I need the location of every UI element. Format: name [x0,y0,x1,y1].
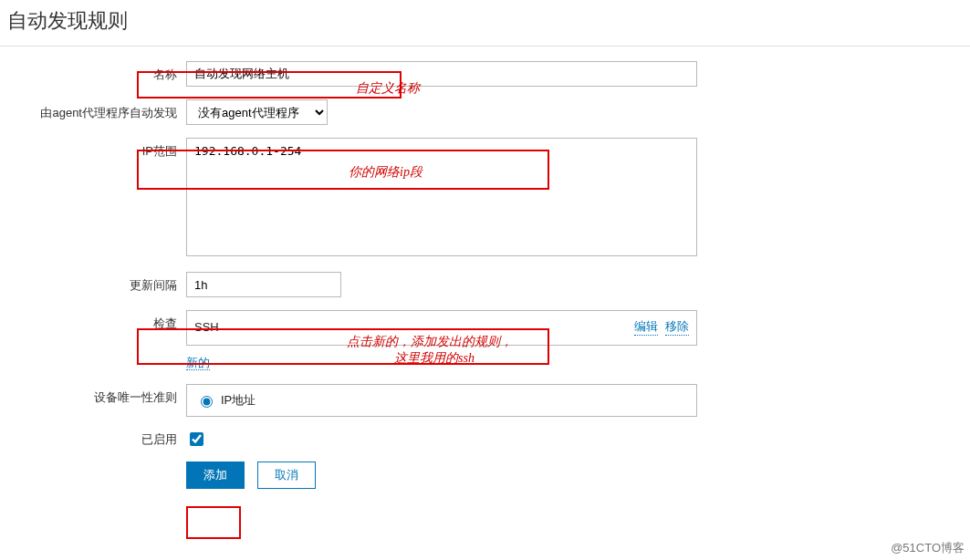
enabled-checkbox[interactable] [190,432,203,446]
uniqueness-radio-ip[interactable] [201,396,213,408]
check-remove-link[interactable]: 移除 [665,318,689,336]
interval-input[interactable] [186,272,341,297]
name-input[interactable] [186,61,697,87]
agent-proxy-select[interactable]: 没有agent代理程序 [186,99,328,125]
name-label: 名称 [4,61,186,83]
watermark: @51CTO博客 [891,540,965,556]
discovery-rule-form: 名称 由agent代理程序自动发现 没有agent代理程序 IP范围 更新间隔 [0,50,970,513]
checks-box: SSH 编辑 移除 [186,310,697,346]
uniqueness-label: 设备唯一性准则 [4,384,186,406]
uniqueness-radio-ip-label: IP地址 [221,392,256,409]
page-title: 自动发现规则 [0,0,970,47]
enabled-label: 已启用 [4,431,186,448]
agent-proxy-label: 由agent代理程序自动发现 [4,99,186,121]
check-edit-link[interactable]: 编辑 [634,318,658,336]
ip-range-input[interactable] [186,138,697,256]
add-button[interactable]: 添加 [186,461,245,489]
check-new-link[interactable]: 新的 [186,356,210,370]
checks-label: 检查 [4,310,186,332]
check-type-value: SSH [194,320,219,334]
cancel-button[interactable]: 取消 [257,461,316,489]
ip-range-label: IP范围 [4,138,186,160]
interval-label: 更新间隔 [4,272,186,294]
